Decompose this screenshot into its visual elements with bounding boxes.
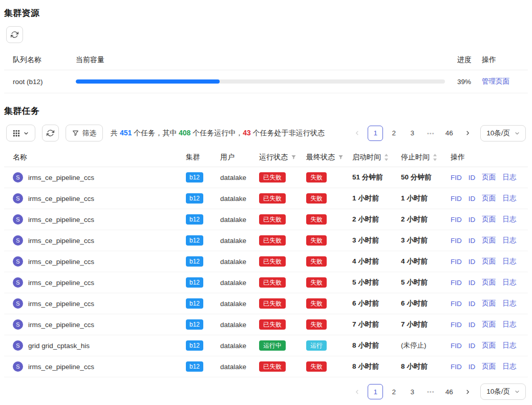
- task-name-cell: S grid grid_cptask_his: [13, 340, 186, 351]
- id-link[interactable]: ID: [469, 342, 476, 350]
- task-user: datalake: [220, 321, 259, 329]
- col-actions: 操作: [451, 153, 519, 162]
- task-name-cell: S irms_ce_pipeline_ccs: [13, 256, 186, 267]
- final-status-badge: 失败: [306, 256, 327, 267]
- cluster-badge: b12: [186, 277, 203, 288]
- task-name-cell: S irms_ce_pipeline_ccs: [13, 235, 186, 246]
- fid-link[interactable]: FID: [451, 216, 462, 224]
- fid-link[interactable]: FID: [451, 279, 462, 287]
- running-count: 408: [179, 129, 190, 137]
- col-cluster: 集群: [186, 153, 220, 162]
- pagination-ellipsis[interactable]: •••: [423, 126, 438, 141]
- pagination-next[interactable]: [460, 384, 475, 399]
- fid-link[interactable]: FID: [451, 258, 462, 266]
- page-size-select[interactable]: 10条/页: [480, 125, 526, 141]
- log-link[interactable]: 日志: [502, 278, 516, 287]
- page-link[interactable]: 页面: [482, 257, 496, 266]
- task-name: irms_ce_pipeline_ccs: [28, 195, 94, 202]
- filter-funnel-icon: [72, 130, 79, 136]
- cluster-badge: b12: [186, 235, 203, 246]
- pagination-page-2[interactable]: 2: [386, 126, 401, 141]
- pagination-prev[interactable]: [349, 384, 365, 399]
- sort-carets-icon[interactable]: [433, 154, 437, 161]
- page-link[interactable]: 页面: [482, 362, 496, 371]
- id-link[interactable]: ID: [469, 237, 476, 245]
- start-time: 1 小时前: [352, 194, 401, 203]
- page-link[interactable]: 页面: [482, 299, 496, 308]
- id-link[interactable]: ID: [469, 174, 476, 181]
- log-link[interactable]: 日志: [502, 236, 516, 245]
- id-link[interactable]: ID: [469, 321, 476, 329]
- stop-time: 7 小时前: [401, 320, 451, 329]
- avatar: S: [13, 256, 23, 267]
- task-name: irms_ce_pipeline_ccs: [28, 216, 94, 224]
- tasks-refresh-button[interactable]: [42, 125, 59, 141]
- fid-link[interactable]: FID: [451, 321, 462, 329]
- filter-button-label: 筛选: [82, 129, 96, 138]
- start-time: 8 小时前: [352, 341, 401, 350]
- id-link[interactable]: ID: [469, 363, 476, 371]
- sort-carets-icon[interactable]: [384, 154, 389, 161]
- fid-link[interactable]: FID: [451, 363, 462, 371]
- id-link[interactable]: ID: [469, 195, 476, 202]
- table-row: S irms_ce_pipeline_ccs b12 datalake 已失败 …: [4, 314, 528, 335]
- chevron-down-icon: [515, 389, 520, 394]
- task-name-cell: S irms_ce_pipeline_ccs: [13, 319, 186, 330]
- filter-button[interactable]: 筛选: [66, 125, 103, 141]
- task-name-cell: S irms_ce_pipeline_ccs: [13, 193, 186, 204]
- page-link[interactable]: 页面: [482, 236, 496, 245]
- fid-link[interactable]: FID: [451, 174, 462, 181]
- pagination-page-3[interactable]: 3: [405, 384, 420, 399]
- log-link[interactable]: 日志: [502, 341, 516, 350]
- pagination-page-2[interactable]: 2: [386, 384, 401, 399]
- col-start-time: 启动时间: [352, 153, 401, 162]
- fid-link[interactable]: FID: [451, 237, 462, 245]
- cluster-badge: b12: [186, 256, 203, 267]
- filter-funnel-icon[interactable]: [338, 154, 344, 160]
- log-link[interactable]: 日志: [502, 215, 516, 224]
- page-link[interactable]: 页面: [482, 173, 496, 182]
- log-link[interactable]: 日志: [502, 173, 516, 182]
- page-link[interactable]: 页面: [482, 194, 496, 203]
- pagination-prev[interactable]: [349, 126, 365, 141]
- pagination-page-1[interactable]: 1: [368, 384, 383, 399]
- task-name-cell: S irms_ce_pipeline_ccs: [13, 214, 186, 225]
- avatar: S: [13, 277, 23, 288]
- log-link[interactable]: 日志: [502, 299, 516, 308]
- log-link[interactable]: 日志: [502, 320, 516, 329]
- pagination-page-3[interactable]: 3: [405, 126, 420, 141]
- column-settings-button[interactable]: [6, 125, 35, 141]
- log-link[interactable]: 日志: [502, 257, 516, 266]
- avatar: S: [13, 172, 23, 183]
- pagination-page-46[interactable]: 46: [441, 126, 457, 141]
- run-status-badge: 运行中: [259, 340, 286, 351]
- manage-page-link[interactable]: 管理页面: [482, 77, 509, 85]
- log-link[interactable]: 日志: [502, 362, 516, 371]
- id-link[interactable]: ID: [469, 279, 476, 287]
- id-link[interactable]: ID: [469, 216, 476, 224]
- page-link[interactable]: 页面: [482, 278, 496, 287]
- page-link[interactable]: 页面: [482, 215, 496, 224]
- pagination-page-46[interactable]: 46: [441, 384, 457, 399]
- pagination-ellipsis[interactable]: •••: [423, 384, 438, 399]
- fid-link[interactable]: FID: [451, 342, 462, 350]
- row-actions: FID ID 页面 日志: [451, 299, 519, 308]
- log-link[interactable]: 日志: [502, 194, 516, 203]
- table-row: S irms_ce_pipeline_ccs b12 datalake 已失败 …: [4, 272, 528, 293]
- col-queue-name: 队列名称: [13, 55, 76, 65]
- stop-time: 1 小时前: [401, 194, 451, 203]
- filter-funnel-icon[interactable]: [291, 154, 296, 160]
- id-link[interactable]: ID: [469, 258, 476, 266]
- pagination-page-1[interactable]: 1: [368, 126, 383, 141]
- page-link[interactable]: 页面: [482, 320, 496, 329]
- row-actions: FID ID 页面 日志: [451, 215, 519, 224]
- fid-link[interactable]: FID: [451, 195, 462, 202]
- fid-link[interactable]: FID: [451, 300, 462, 308]
- id-link[interactable]: ID: [469, 300, 476, 308]
- page-size-select[interactable]: 10条/页: [480, 383, 526, 400]
- page-link[interactable]: 页面: [482, 341, 496, 350]
- pagination-next[interactable]: [460, 126, 475, 141]
- col-resource-actions: 操作: [482, 55, 519, 65]
- page-size-value: 10条/页: [486, 129, 510, 138]
- resources-refresh-button[interactable]: [6, 26, 23, 43]
